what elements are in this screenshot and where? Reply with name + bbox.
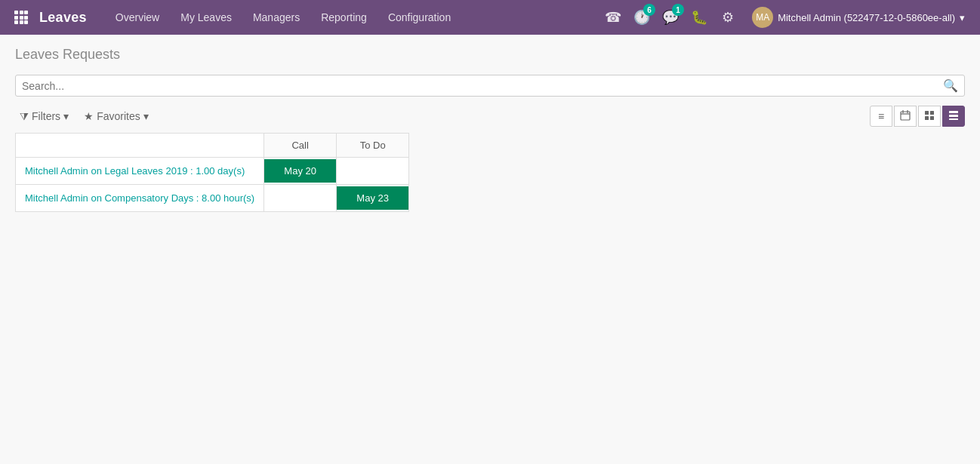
- main-content: Leaves Requests 🔍 ⧩ Filters ▾ ★ Favorite…: [0, 35, 980, 224]
- activity-cell-row1-todo: [337, 158, 409, 185]
- svg-rect-2: [24, 11, 28, 14]
- toolbar-row: 🔍: [15, 75, 965, 97]
- user-menu-button[interactable]: MA Mitchell Admin (522477-12-0-5860ee-al…: [746, 7, 971, 28]
- clock-badge: 6: [643, 4, 655, 16]
- filter-icon: ⧩: [20, 110, 29, 123]
- main-nav: Overview My Leaves Managers Reporting Co…: [105, 0, 602, 35]
- svg-rect-17: [949, 111, 958, 113]
- calendar-icon: [900, 110, 911, 123]
- list-icon: ≡: [878, 110, 884, 122]
- row-label-2[interactable]: Mitchell Admin on Compensatory Days : 8.…: [16, 185, 264, 212]
- message-icon[interactable]: 💬 1: [660, 7, 681, 28]
- bug-icon[interactable]: 🐛: [689, 7, 710, 28]
- svg-rect-3: [14, 16, 18, 20]
- kanban-view-button[interactable]: [918, 106, 941, 127]
- activity-badge-row1-call[interactable]: May 20: [264, 159, 336, 183]
- clock-icon[interactable]: 🕐 6: [631, 7, 652, 28]
- svg-rect-15: [925, 116, 929, 120]
- svg-rect-6: [14, 20, 18, 24]
- svg-rect-5: [24, 16, 28, 20]
- activity-icon: [948, 110, 959, 123]
- favorites-dropdown-icon: ▾: [143, 110, 149, 122]
- nav-my-leaves[interactable]: My Leaves: [170, 0, 242, 35]
- activity-view-button[interactable]: [942, 106, 965, 127]
- svg-rect-19: [949, 118, 958, 120]
- filters-dropdown-icon: ▾: [63, 110, 69, 122]
- table-header-call: Call: [264, 134, 337, 158]
- svg-rect-16: [930, 116, 934, 120]
- apps-icon[interactable]: [9, 5, 33, 29]
- nav-overview[interactable]: Overview: [105, 0, 170, 35]
- row-label-1[interactable]: Mitchell Admin on Legal Leaves 2019 : 1.…: [16, 158, 264, 185]
- search-container: 🔍: [15, 75, 965, 97]
- nav-reporting[interactable]: Reporting: [310, 0, 378, 35]
- activity-cell-row2-call: [264, 185, 337, 212]
- search-icon[interactable]: 🔍: [943, 78, 958, 93]
- svg-rect-4: [20, 16, 23, 20]
- list-view-button[interactable]: ≡: [870, 106, 892, 127]
- favorites-button[interactable]: ★ Favorites ▾: [79, 107, 153, 125]
- filters-button[interactable]: ⧩ Filters ▾: [15, 107, 73, 126]
- user-label: Mitchell Admin (522477-12-0-5860ee-all): [778, 12, 955, 23]
- svg-rect-9: [901, 112, 910, 120]
- activity-cell-row1-call: May 20: [264, 158, 337, 185]
- table-header-row: [16, 134, 264, 158]
- table-row: Mitchell Admin on Legal Leaves 2019 : 1.…: [16, 158, 409, 185]
- page-title: Leaves Requests: [15, 47, 965, 63]
- star-icon: ★: [84, 110, 94, 122]
- user-avatar: MA: [752, 7, 773, 28]
- table-header-todo: To Do: [337, 134, 409, 158]
- view-buttons: ≡: [870, 106, 965, 127]
- activity-badge-row2-todo[interactable]: May 23: [337, 186, 408, 210]
- svg-rect-13: [925, 111, 929, 115]
- svg-rect-0: [14, 11, 18, 14]
- activity-cell-row2-todo: May 23: [337, 185, 409, 212]
- topbar-right: ☎ 🕐 6 💬 1 🐛 ⚙ MA Mitchell Admin (522477-…: [602, 7, 971, 28]
- svg-rect-8: [24, 20, 28, 24]
- app-title: Leaves: [39, 10, 87, 26]
- phone-icon[interactable]: ☎: [602, 7, 624, 28]
- settings-icon[interactable]: ⚙: [717, 7, 738, 28]
- filter-row: ⧩ Filters ▾ ★ Favorites ▾ ≡: [15, 106, 965, 127]
- kanban-icon: [924, 110, 935, 123]
- filter-left: ⧩ Filters ▾ ★ Favorites ▾: [15, 107, 153, 126]
- search-input[interactable]: [22, 80, 943, 92]
- filters-label: Filters: [32, 110, 60, 122]
- topbar: Leaves Overview My Leaves Managers Repor…: [0, 0, 980, 35]
- svg-rect-1: [20, 11, 23, 14]
- message-badge: 1: [672, 4, 684, 16]
- nav-managers[interactable]: Managers: [242, 0, 310, 35]
- calendar-view-button[interactable]: [894, 106, 917, 127]
- table-row: Mitchell Admin on Compensatory Days : 8.…: [16, 185, 409, 212]
- svg-rect-14: [930, 111, 934, 115]
- nav-configuration[interactable]: Configuration: [378, 0, 461, 35]
- svg-rect-7: [20, 20, 23, 24]
- activity-table: Call To Do Mitchell Admin on Legal Leave…: [15, 133, 409, 212]
- favorites-label: Favorites: [97, 110, 140, 122]
- svg-rect-18: [949, 115, 958, 117]
- user-dropdown-icon: ▾: [960, 12, 965, 23]
